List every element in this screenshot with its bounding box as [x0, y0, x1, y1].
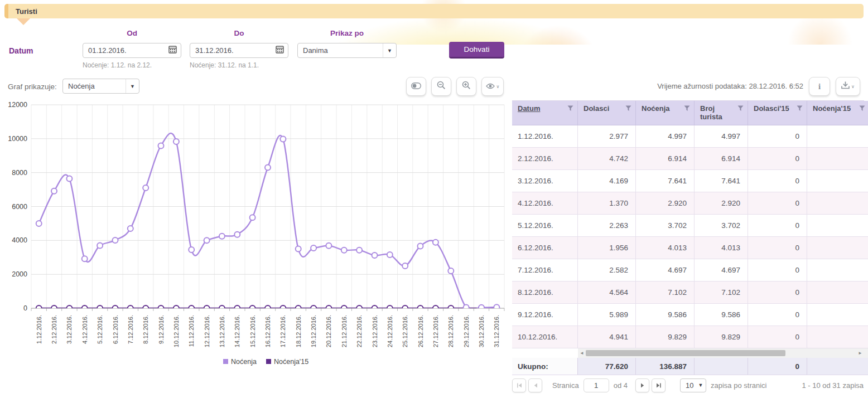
graf-series-select[interactable]: Noćenja ▼	[62, 79, 139, 94]
column-header-label: Noćenja	[642, 104, 670, 113]
panel-title-bar: Turisti	[4, 4, 864, 18]
scroll-left-icon[interactable]: ◄	[580, 351, 584, 356]
fetch-button[interactable]: Dohvati	[449, 42, 504, 59]
table-cell: 2.920	[695, 192, 748, 215]
table-cell	[807, 125, 868, 148]
table-cell: 0	[748, 259, 807, 281]
svg-text:10.12.2016.: 10.12.2016.	[173, 315, 180, 347]
scroll-right-icon[interactable]: ►	[858, 351, 862, 356]
table-cell: 4.697	[636, 259, 695, 281]
svg-text:13.12.2016.: 13.12.2016.	[219, 315, 225, 347]
table-row[interactable]: 10.12.2016.4.9419.8299.8290	[512, 326, 868, 348]
column-header-label: Noćenja'15	[813, 104, 851, 113]
calendar-icon[interactable]	[276, 45, 284, 56]
page-number-input[interactable]	[584, 378, 609, 392]
date-to-input[interactable]: 31.12.2016.	[190, 43, 288, 58]
filter-icon[interactable]	[625, 105, 631, 111]
table-row[interactable]: 9.12.2016.5.9899.5869.5860	[512, 304, 868, 326]
table-cell: 2.582	[578, 259, 636, 281]
table-row[interactable]: 4.12.2016.1.3702.9202.9200	[512, 192, 868, 215]
table-row[interactable]: 8.12.2016.4.5647.1027.1020	[512, 281, 868, 304]
column-header-dolasci-15[interactable]: Dolasci'15	[748, 101, 807, 125]
page-label: Stranica	[552, 381, 579, 390]
column-header-broj-turista[interactable]: Broj turista	[695, 101, 748, 125]
svg-text:4000: 4000	[12, 236, 27, 244]
totals-cell	[695, 358, 748, 375]
table-cell: 0	[748, 125, 807, 148]
first-page-button[interactable]	[512, 378, 526, 392]
column-header-no-enja-15[interactable]: Noćenja'15	[807, 101, 868, 125]
table-cell: 7.12.2016.	[512, 259, 578, 281]
table-cell: 4.742	[578, 148, 636, 170]
totals-label: Ukupno:	[512, 358, 578, 375]
table-cell: 4.013	[636, 237, 695, 259]
chart-visibility-dropdown-button[interactable]: ∨	[481, 77, 504, 96]
chevron-down-icon: ∨	[851, 84, 855, 89]
table-cell: 3.702	[695, 215, 748, 237]
prikaz-po-select[interactable]: Danima ▼	[297, 43, 397, 58]
export-download-button[interactable]: ∨	[836, 77, 860, 96]
column-header-datum[interactable]: Datum	[512, 101, 578, 125]
svg-text:6.12.2016.: 6.12.2016.	[112, 315, 119, 344]
last-page-button[interactable]	[652, 378, 666, 392]
table-cell: 7.641	[695, 170, 748, 192]
date-from-input[interactable]: 01.12.2016.	[83, 43, 181, 58]
filter-icon[interactable]	[737, 105, 744, 111]
table-cell: 9.12.2016.	[512, 304, 578, 326]
svg-text:2000: 2000	[12, 270, 27, 278]
svg-text:1.12.2016.: 1.12.2016.	[36, 315, 42, 344]
table-row[interactable]: 3.12.2016.4.1697.6417.6410	[512, 170, 868, 192]
filter-icon[interactable]	[797, 105, 803, 111]
horizontal-scrollbar[interactable]: ◄ ►	[512, 348, 868, 358]
table-cell: 7.102	[636, 281, 695, 304]
chart-contrast-toggle-button[interactable]	[406, 77, 426, 96]
table-cell: 7.102	[695, 281, 748, 304]
table-row[interactable]: 2.12.2016.4.7426.9146.9140	[512, 148, 868, 170]
date-from-note: Noćenje: 1.12. na 2.12.	[83, 61, 152, 69]
filter-icon[interactable]	[567, 105, 573, 111]
prikaz-po-value: Danima	[303, 46, 328, 55]
svg-text:26.12.2016.: 26.12.2016.	[417, 315, 424, 347]
filter-icon[interactable]	[684, 105, 690, 111]
frozen-column-gap	[512, 348, 578, 358]
table-cell: 6.12.2016.	[512, 237, 578, 259]
column-header-label: Dolasci'15	[754, 104, 789, 113]
table-cell	[807, 326, 868, 348]
totals-row: Ukupno:77.620136.8870	[512, 358, 868, 375]
next-page-button[interactable]	[635, 378, 649, 392]
filter-icon[interactable]	[859, 105, 865, 111]
table-row[interactable]: 1.12.2016.2.9774.9974.9970	[512, 125, 868, 148]
page-size-select[interactable]: 10 ▼	[680, 378, 706, 392]
svg-text:17.12.2016.: 17.12.2016.	[279, 315, 286, 347]
scrollbar-thumb[interactable]	[586, 350, 785, 356]
table-cell: 2.920	[636, 192, 695, 215]
totals-cell	[807, 358, 868, 375]
table-cell: 0	[748, 237, 807, 259]
nocenja-line-chart: 0200040006000800010000120001.12.2016.2.1…	[3, 99, 507, 368]
table-header-row: DatumDolasciNoćenjaBroj turistaDolasci'1…	[512, 101, 868, 125]
table-cell: 4.169	[578, 170, 636, 192]
date-to-value: 31.12.2016.	[195, 46, 234, 55]
prikaz-po-column-label: Prikaz po	[297, 29, 397, 37]
table-cell: 4.013	[695, 237, 748, 259]
scrollbar-track[interactable]: ◄ ►	[578, 348, 868, 358]
svg-text:29.12.2016.: 29.12.2016.	[463, 315, 470, 347]
svg-text:30.12.2016.: 30.12.2016.	[478, 315, 485, 347]
column-header-dolasci[interactable]: Dolasci	[578, 101, 636, 125]
info-button[interactable]: i	[809, 77, 830, 96]
table-cell: 1.370	[578, 192, 636, 215]
column-header-no-enja[interactable]: Noćenja	[636, 101, 695, 125]
table-row[interactable]: 6.12.2016.1.9564.0134.0130	[512, 237, 868, 259]
previous-page-button[interactable]	[528, 378, 542, 392]
chart-zoom-out-button[interactable]	[431, 77, 451, 96]
table-row[interactable]: 7.12.2016.2.5824.6974.6970	[512, 259, 868, 281]
calendar-icon[interactable]	[168, 45, 177, 56]
table-cell: 6.914	[695, 148, 748, 170]
data-updated-status: Vrijeme ažurnosti podataka: 28.12.2016. …	[580, 82, 803, 90]
title-pointer-arrow	[17, 18, 30, 25]
table-row[interactable]: 5.12.2016.2.2633.7023.7020	[512, 215, 868, 237]
chart-zoom-in-button[interactable]	[456, 77, 476, 96]
table-cell: 1.12.2016.	[512, 125, 578, 148]
column-header-label: Datum	[518, 104, 540, 113]
table-cell: 2.977	[578, 125, 636, 148]
